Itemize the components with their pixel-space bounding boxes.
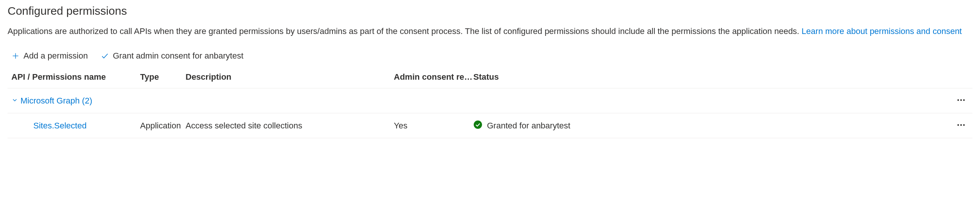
more-horizontal-icon — [956, 120, 966, 131]
svg-point-7 — [960, 124, 962, 126]
svg-point-6 — [957, 124, 959, 126]
grant-consent-label: Grant admin consent for anbarytest — [113, 51, 243, 61]
description-text: Applications are authorized to call APIs… — [8, 27, 802, 36]
section-description: Applications are authorized to call APIs… — [8, 25, 972, 37]
toolbar: Add a permission Grant admin consent for… — [8, 48, 972, 68]
table-header-row: API / Permissions name Type Description … — [8, 68, 972, 88]
add-permission-button[interactable]: Add a permission — [10, 50, 89, 62]
plus-icon — [11, 52, 20, 60]
api-group-toggle[interactable]: Microsoft Graph (2) — [11, 96, 950, 106]
table-row: Sites.Selected Application Access select… — [8, 113, 972, 138]
success-check-icon — [473, 120, 482, 131]
permission-description: Access selected site collections — [186, 121, 394, 131]
permission-type: Application — [140, 121, 186, 131]
svg-point-8 — [963, 124, 964, 126]
chevron-down-icon — [11, 96, 18, 106]
col-actions — [950, 72, 972, 82]
svg-point-5 — [474, 120, 482, 129]
grant-consent-button[interactable]: Grant admin consent for anbarytest — [99, 50, 245, 62]
col-api-name[interactable]: API / Permissions name — [11, 72, 140, 82]
permission-status: Granted for anbarytest — [473, 120, 950, 131]
col-description[interactable]: Description — [186, 72, 394, 82]
api-group-row: Microsoft Graph (2) — [8, 88, 972, 113]
add-permission-label: Add a permission — [24, 51, 88, 61]
group-more-button[interactable] — [950, 94, 972, 107]
permissions-table: API / Permissions name Type Description … — [8, 68, 972, 138]
api-group-name: Microsoft Graph (2) — [21, 96, 92, 106]
svg-point-4 — [963, 100, 964, 101]
col-type[interactable]: Type — [140, 72, 186, 82]
permission-admin-consent: Yes — [394, 121, 473, 131]
permission-status-text: Granted for anbarytest — [487, 121, 570, 131]
svg-point-2 — [957, 100, 959, 101]
more-horizontal-icon — [956, 95, 966, 106]
section-title: Configured permissions — [8, 5, 972, 17]
svg-point-3 — [960, 100, 962, 101]
checkmark-icon — [101, 52, 109, 60]
col-admin-consent[interactable]: Admin consent requ... — [394, 72, 473, 82]
col-status[interactable]: Status — [473, 72, 950, 82]
learn-more-link[interactable]: Learn more about permissions and consent — [802, 27, 962, 36]
row-more-button[interactable] — [950, 119, 972, 133]
permission-name-link[interactable]: Sites.Selected — [11, 121, 140, 131]
